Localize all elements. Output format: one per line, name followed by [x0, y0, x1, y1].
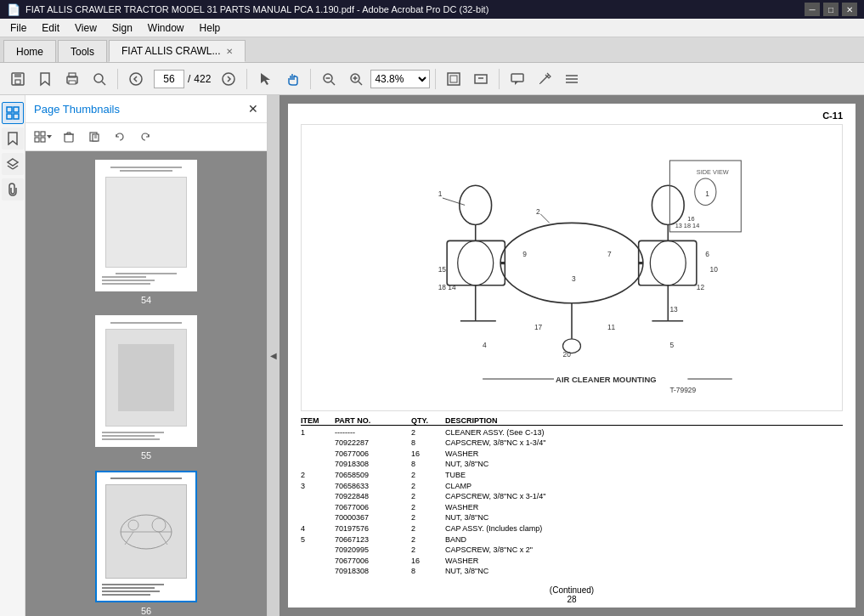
zoom-select[interactable]: 43.8% 50% 75% 100% [370, 70, 430, 88]
save-icon [10, 71, 25, 87]
manual-diagram: 1 2 3 1 4 5 20 SIDE VIEW 1 [301, 124, 843, 411]
cell-part: 70918308 [335, 566, 403, 577]
cell-desc: WASHER [445, 449, 843, 460]
table-row: 3 70658633 2 CLAMP [301, 481, 843, 492]
svg-text:11: 11 [607, 323, 616, 331]
svg-rect-38 [35, 132, 39, 136]
cell-desc: NUT, 3/8"NC [445, 566, 843, 577]
svg-text:20: 20 [563, 350, 572, 359]
tab-tools[interactable]: Tools [58, 40, 107, 62]
table-row: 70677006 16 WASHER [301, 556, 843, 567]
bookmark-button[interactable] [32, 66, 58, 92]
svg-rect-6 [69, 81, 76, 84]
svg-text:18  14: 18 14 [438, 283, 456, 291]
select-tool-button[interactable] [252, 66, 278, 92]
tab-close-icon[interactable]: ✕ [226, 47, 233, 56]
zoom-in-button[interactable] [343, 66, 369, 92]
svg-line-57 [159, 532, 167, 545]
fit-page-button[interactable] [441, 66, 466, 92]
rotate-ccw-button[interactable] [109, 127, 131, 147]
thumbnail-page-56[interactable]: 56 [34, 471, 258, 616]
cell-part: 70922848 [335, 491, 403, 502]
window-controls: ─ □ ✕ [805, 3, 857, 16]
thumbnails-sidebar: Page Thumbnails ✕ [25, 95, 268, 616]
svg-rect-23 [511, 74, 523, 82]
full-screen-button[interactable] [468, 66, 494, 92]
sidebar-close-button[interactable]: ✕ [248, 102, 258, 116]
sidebar-collapse-button[interactable]: ◀ [268, 95, 280, 616]
svg-text:1: 1 [438, 189, 443, 198]
sidebar-toolbar [25, 123, 267, 151]
zoom-out-button[interactable] [316, 66, 342, 92]
minimize-button[interactable]: ─ [805, 3, 820, 16]
svg-line-18 [359, 82, 362, 85]
close-button[interactable]: ✕ [842, 3, 857, 16]
menu-file[interactable]: File [3, 19, 33, 37]
svg-rect-21 [475, 75, 487, 83]
cell-qty: 2 [411, 523, 437, 534]
cell-qty: 16 [411, 449, 437, 460]
hand-tool-button[interactable] [280, 66, 305, 92]
menu-edit[interactable]: Edit [35, 19, 66, 37]
page-input[interactable] [154, 70, 184, 88]
menu-help[interactable]: Help [193, 19, 228, 37]
save-button[interactable] [5, 66, 31, 92]
sidebar-menu-button[interactable] [32, 127, 54, 147]
thumbnails-icon [6, 106, 20, 120]
sidebar-header: Page Thumbnails ✕ [25, 95, 267, 123]
left-icon-strip [0, 95, 25, 616]
app-icon: 📄 [7, 3, 20, 16]
thumbnail-page-55[interactable]: 55 [34, 315, 258, 461]
svg-rect-43 [65, 134, 73, 142]
rotate-ccw-icon [114, 131, 126, 143]
svg-rect-20 [450, 76, 457, 82]
cell-qty: 2 [411, 534, 437, 545]
tab-pdf[interactable]: FIAT ALLIS CRAWL... ✕ [109, 40, 245, 62]
svg-marker-11 [261, 73, 270, 85]
svg-rect-33 [14, 114, 19, 119]
menu-sign[interactable]: Sign [105, 19, 139, 37]
menu-window[interactable]: Window [141, 19, 191, 37]
attachments-panel-button[interactable] [2, 178, 24, 201]
svg-text:6: 6 [705, 250, 709, 258]
separator-4 [435, 69, 436, 89]
tabbar: Home Tools FIAT ALLIS CRAWL... ✕ [0, 37, 864, 63]
menu-view[interactable]: View [68, 19, 104, 37]
svg-marker-35 [8, 159, 18, 166]
extract-page-button[interactable] [83, 127, 105, 147]
section-label: C-11 [288, 104, 856, 124]
prev-page-button[interactable] [123, 66, 149, 92]
tab-tools-label: Tools [71, 46, 94, 58]
delete-page-button[interactable] [58, 127, 80, 147]
search-button[interactable] [87, 66, 112, 92]
pen-button[interactable] [532, 66, 557, 92]
thumbnail-page-54[interactable]: 54 [34, 160, 258, 305]
zoom-in-icon [348, 71, 364, 87]
separator-1 [117, 69, 118, 89]
maximize-button[interactable]: □ [823, 3, 839, 16]
print-button[interactable] [59, 66, 85, 92]
cell-qty: 2 [411, 512, 437, 523]
more-tools-icon [564, 71, 579, 87]
thumbnails-container[interactable]: 54 55 [25, 151, 267, 616]
svg-rect-32 [7, 114, 12, 119]
tab-home[interactable]: Home [3, 40, 56, 62]
toolbar: / 422 43.8% 50% 75% 100% [0, 63, 864, 95]
table-row: 70918308 8 NUT, 3/8"NC [301, 566, 843, 577]
comment-button[interactable] [505, 66, 530, 92]
col-item-header: ITEM [301, 416, 326, 425]
cell-item [301, 556, 326, 567]
thumbnails-panel-button[interactable] [2, 102, 24, 124]
more-tools-button[interactable] [559, 66, 584, 92]
pen-icon [537, 71, 552, 87]
cell-desc: NUT, 3/8"NC [445, 459, 843, 470]
layers-panel-button[interactable] [2, 153, 24, 175]
svg-line-14 [331, 82, 335, 85]
next-page-button[interactable] [216, 66, 241, 92]
rotate-cw-button[interactable] [134, 127, 156, 147]
pdf-viewer: C-11 [280, 95, 864, 616]
sidebar-menu-icon [34, 131, 46, 143]
svg-rect-40 [35, 138, 39, 142]
fit-page-icon [446, 71, 461, 87]
bookmarks-panel-button[interactable] [2, 127, 24, 150]
